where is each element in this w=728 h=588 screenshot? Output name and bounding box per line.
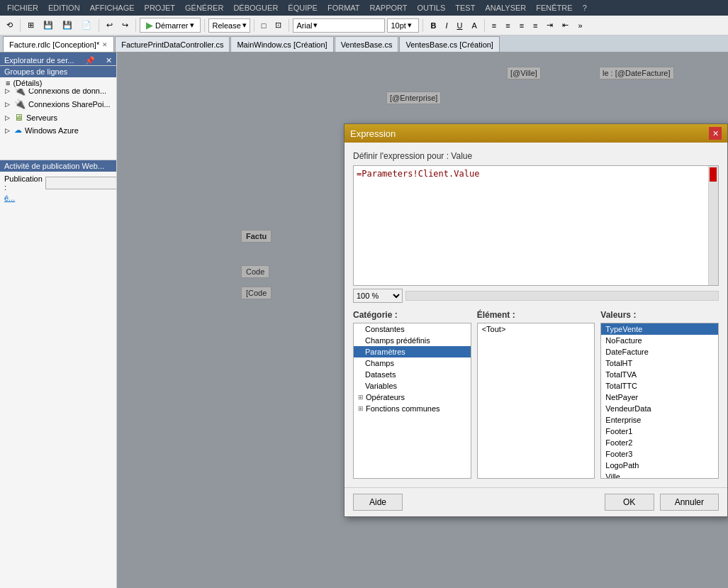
sidebar-close-icon[interactable]: ✕ [106,56,112,65]
menu-debugger[interactable]: DÉBOGUER [229,2,282,13]
val-item-footer3[interactable]: Footer3 [601,448,718,460]
align-justify[interactable]: ≡ [530,19,541,32]
menu-edition[interactable]: EDITION [44,2,84,13]
menu-generer[interactable]: GÉNÉRER [181,2,228,13]
tab-facture-rdlc-close[interactable]: ✕ [102,41,108,48]
italic-button[interactable]: I [442,19,451,32]
sidebar-item-serveurs[interactable]: ▷ 🖥 Serveurs [0,111,116,124]
menu-test[interactable]: TEST [451,2,479,13]
val-item-totalttc[interactable]: TotalTTC [601,380,718,392]
cat-item-fonctions[interactable]: ⊞ Fonctions communes [354,403,471,414]
build-config-dropdown[interactable]: Release ▾ [208,18,250,33]
menu-help[interactable]: ? [578,2,591,13]
expression-dialog: Expression ✕ Définir l'expression pour :… [344,123,728,517]
toolbar-btn-2[interactable]: ⊞ [24,18,38,32]
start-dropdown-arrow[interactable]: ▾ [190,21,194,30]
tab-facture-controller[interactable]: FacturePrintDataController.cs [115,36,230,52]
expression-scrollbar[interactable] [708,166,718,285]
val-item-nofacture[interactable]: NoFacture [601,335,718,346]
publication-input[interactable] [45,177,117,189]
menu-equipe[interactable]: ÉQUIPE [284,2,322,13]
menu-analyser[interactable]: ANALYSER [481,2,530,13]
tab-facture-rdlc[interactable]: Facture.rdlc [Conception]* ✕ [3,36,114,52]
val-item-footer1[interactable]: Footer1 [601,426,718,437]
menu-outils[interactable]: OUTILS [413,2,450,13]
expression-input-area[interactable]: =Parameters!Client.Value [353,165,719,286]
toolbar-btn-3[interactable]: 💾 [40,18,57,32]
annuler-button[interactable]: Annuler [660,494,719,511]
menu-format[interactable]: FORMAT [323,2,364,13]
font-color-button[interactable]: A [468,19,480,32]
val-item-footer2[interactable]: Footer2 [601,437,718,448]
indent-button[interactable]: ⇥ [543,18,556,32]
zoom-scrollbar[interactable] [405,291,719,301]
toolbar-btn-6[interactable]: □ [258,19,270,32]
bold-button[interactable]: B [427,19,439,32]
publication-link[interactable]: é... [4,194,15,202]
val-item-enterprise[interactable]: Enterprise [601,414,718,426]
dialog-footer: Aide OK Annuler [345,487,727,516]
align-right[interactable]: ≡ [516,19,527,32]
menu-projet[interactable]: PROJET [140,2,179,13]
scroll-thumb [710,167,717,182]
tab-ventesbase[interactable]: VentesBase.cs [335,36,399,52]
cat-item-champs-predefinis[interactable]: Champs prédéfinis [354,335,471,346]
val-item-vendeurdata[interactable]: VendeurData [601,403,718,414]
menu-rapport[interactable]: RAPPORT [366,2,412,13]
publication-panel: Activité de publication Web... Publicati… [0,160,117,227]
ok-button[interactable]: OK [605,494,654,511]
cat-item-variables[interactable]: Variables [354,380,471,392]
sidebar-pin-icon[interactable]: 📌 [85,56,95,65]
tab-ventesbase-creation[interactable]: VentesBase.cs [Création] [399,36,500,52]
toolbar-btn-4[interactable]: 💾 [59,18,76,32]
publication-label: Publication : [4,174,43,192]
categories-list[interactable]: Constantes Champs prédéfinis Paramètres … [353,323,471,479]
val-item-totalht[interactable]: TotalHT [601,357,718,369]
cat-champs-label: Champs [365,359,394,367]
val-item-netpayer[interactable]: NetPayer [601,392,718,403]
toolbar-btn-7[interactable]: ⊡ [271,18,285,32]
toolbar-btn-5[interactable]: 📄 [78,18,95,32]
val-item-logopath[interactable]: LogoPath [601,460,718,471]
categories-header: Catégorie : [353,310,471,320]
start-button[interactable]: ▶ Démarrer ▾ [140,18,201,33]
val-item-totaltva[interactable]: TotalTVA [601,369,718,380]
elements-list[interactable]: <Tout> [477,323,595,479]
undo-button[interactable]: ↩ [103,18,116,32]
val-item-typevente[interactable]: TypeVente [601,323,718,335]
toolbar-btn-1[interactable]: ⟲ [3,18,16,32]
valeurs-list[interactable]: TypeVenteNoFactureDateFactureTotalHTTota… [600,323,719,479]
cat-item-operateurs[interactable]: ⊞ Opérateurs [354,392,471,403]
align-center[interactable]: ≡ [502,19,513,32]
menu-fichier[interactable]: FICHIER [3,2,43,13]
cat-item-champs[interactable]: Champs [354,357,471,369]
dialog-close-button[interactable]: ✕ [709,127,722,140]
publication-title-text: Activité de publication Web... [4,162,104,170]
menu-affichage[interactable]: AFFICHAGE [86,2,139,13]
aide-button[interactable]: Aide [353,494,403,511]
tab-mainwindow-label: MainWindow.cs [Création] [237,40,327,49]
font-name-dropdown[interactable]: Arial ▾ [293,18,385,33]
more-btn[interactable]: » [574,19,586,32]
cat-item-constantes[interactable]: Constantes [354,323,471,335]
elem-item-tout[interactable]: <Tout> [478,323,595,335]
cat-item-datasets[interactable]: Datasets [354,369,471,380]
menu-fenetre[interactable]: FENÊTRE [532,2,576,13]
outdent-button[interactable]: ⇤ [559,18,572,32]
underline-button[interactable]: U [453,19,466,32]
tab-mainwindow[interactable]: MainWindow.cs [Création] [230,36,333,52]
sidebar-item-azure[interactable]: ▷ ☁ Windows Azure [0,124,116,136]
redo-button[interactable]: ↪ [118,18,132,32]
sidebar-item-connexions-sharepoint[interactable]: ▷ 🔌 Connexions SharePoi... [0,97,116,111]
zoom-select[interactable]: 100 % [353,289,403,303]
dialog-title-bar: Expression ✕ [345,124,727,143]
font-size-dropdown[interactable]: 10pt ▾ [387,18,419,33]
cat-item-parametres[interactable]: Paramètres [354,346,471,357]
sidebar-item-label-sharepoint: Connexions SharePoi... [28,100,111,109]
cat-datasets-label: Datasets [365,370,396,379]
sidebar-item-label-serveurs: Serveurs [26,113,57,122]
groups-panel-item[interactable]: ≡ (Détails) [0,77,117,89]
val-item-datefacture[interactable]: DateFacture [601,346,718,357]
val-item-ville[interactable]: Ville [601,471,718,479]
align-left[interactable]: ≡ [488,19,500,32]
